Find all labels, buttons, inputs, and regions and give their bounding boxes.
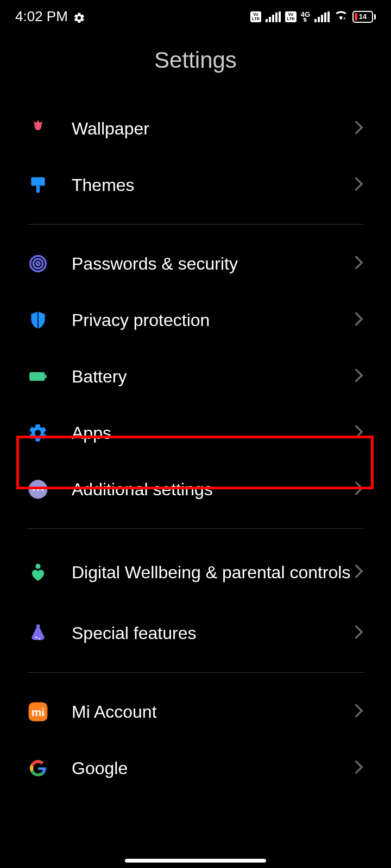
settings-item-battery[interactable]: Battery [27,348,364,405]
svg-rect-2 [36,186,40,193]
divider [27,224,364,225]
divider [27,528,364,529]
shield-icon [27,309,49,331]
settings-indicator-icon [73,11,85,23]
person-heart-icon [27,561,49,583]
wifi-icon [334,8,348,25]
svg-point-12 [35,564,41,569]
settings-item-mi-account[interactable]: mi Mi Account [27,684,364,740]
item-label: Additional settings [72,479,354,500]
chevron-right-icon [354,703,364,720]
item-label: Passwords & security [72,253,354,274]
settings-list: Wallpaper Themes Passwords & security Pr… [0,100,391,796]
chevron-right-icon [354,368,364,385]
volte-icon: VoLTE [250,11,262,22]
settings-item-passwords-security[interactable]: Passwords & security [27,235,364,292]
chevron-right-icon [354,120,364,137]
settings-item-digital-wellbeing[interactable]: Digital Wellbeing & parental controls [27,540,364,605]
status-time: 4:02 PM [15,8,68,25]
page-title: Settings [0,47,391,73]
chevron-right-icon [354,176,364,194]
item-label: Mi Account [72,701,354,722]
svg-rect-7 [45,375,47,378]
svg-text:mi: mi [31,706,45,718]
signal-icon-2 [314,11,330,22]
status-right: VoLTE VoLTE 4G⇅ 14 [250,8,376,25]
svg-point-13 [35,636,37,638]
google-icon [27,757,49,779]
battery-icon [27,366,49,387]
svg-point-11 [41,488,43,490]
network-type: 4G⇅ [301,11,310,23]
home-indicator[interactable] [125,859,266,863]
battery-indicator: 14 [352,11,376,23]
brush-icon [27,174,49,196]
svg-point-10 [36,488,39,490]
item-label: Privacy protection [72,310,354,330]
settings-item-themes[interactable]: Themes [27,157,364,213]
settings-item-special-features[interactable]: Special features [27,605,364,661]
chevron-right-icon [354,760,364,777]
status-left: 4:02 PM [15,8,85,25]
item-label: Wallpaper [72,118,354,139]
chevron-right-icon [354,481,364,498]
settings-item-wallpaper[interactable]: Wallpaper [27,100,364,157]
item-label: Google [72,758,354,778]
svg-rect-6 [29,372,45,381]
settings-item-apps[interactable]: Apps [27,405,364,461]
gear-icon [27,422,49,444]
item-label: Digital Wellbeing & parental controls [72,562,354,583]
svg-point-14 [39,638,40,640]
status-bar: 4:02 PM VoLTE VoLTE 4G⇅ 14 [0,0,391,31]
settings-item-privacy-protection[interactable]: Privacy protection [27,292,364,348]
item-label: Battery [72,366,354,387]
chevron-right-icon [354,424,364,442]
svg-point-4 [33,259,42,268]
divider [27,672,364,673]
fingerprint-icon [27,253,49,275]
svg-rect-1 [31,177,45,186]
mi-icon: mi [27,701,49,723]
signal-icon [266,11,281,22]
tulip-icon [27,118,49,139]
chevron-right-icon [354,624,364,642]
item-label: Apps [72,423,354,443]
svg-point-5 [36,262,40,265]
settings-item-google[interactable]: Google [27,740,364,796]
chevron-right-icon [354,255,364,272]
chevron-right-icon [354,311,364,329]
item-label: Themes [72,175,354,195]
chevron-right-icon [354,564,364,581]
flask-icon [27,622,49,644]
ellipsis-icon [27,478,49,500]
settings-item-additional-settings[interactable]: Additional settings [27,461,364,518]
svg-point-9 [33,488,35,490]
volte-icon-2: VoLTE [285,11,297,22]
item-label: Special features [72,623,354,643]
